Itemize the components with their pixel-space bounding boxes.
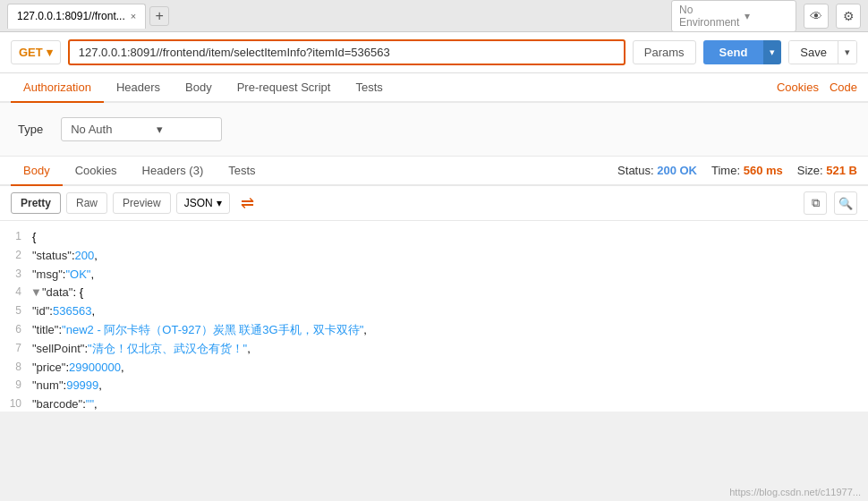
preview-button[interactable]: Preview [113, 192, 171, 214]
tab-label: 127.0.0.1:8091//front... [17, 10, 125, 22]
json-number: 536563 [53, 302, 91, 321]
json-key: "num" [32, 377, 64, 395]
chevron-down-icon: ▾ [157, 123, 163, 136]
format-value: JSON [184, 197, 213, 209]
save-button[interactable]: Save [789, 41, 838, 64]
chevron-down-icon: ▾ [217, 197, 222, 209]
time-value: 560 ms [744, 164, 783, 177]
json-line: 3 "msg": "OK", [0, 266, 868, 284]
json-string: "清仓！仅北京、武汉仓有货！" [88, 340, 247, 359]
json-key: "msg" [32, 266, 63, 284]
json-string: "new2 - 阿尔卡特（OT-927）炭黑 联通3G手机，双卡双待" [62, 321, 363, 340]
chevron-down-icon: ▾ [47, 46, 53, 59]
auth-type-value: No Auth [71, 123, 112, 136]
auth-type-selector[interactable]: No Auth ▾ [61, 117, 222, 141]
res-tab-cookies[interactable]: Cookies [63, 157, 130, 186]
res-tab-headers[interactable]: Headers (3) [130, 157, 217, 186]
json-punctuation: , [363, 321, 367, 340]
line-number: 3 [7, 266, 32, 283]
json-number: 29900000 [69, 359, 121, 378]
line-number: 10 [7, 395, 32, 412]
json-punctuation: , [94, 247, 98, 266]
method-label: GET [19, 46, 43, 59]
search-icon[interactable]: 🔍 [834, 191, 857, 215]
settings-icon[interactable]: ⚙ [836, 4, 861, 29]
response-size: Size: 521 B [797, 164, 857, 177]
time-label: Time: [711, 164, 740, 177]
json-string: "OK" [65, 266, 90, 284]
json-punctuation: , [91, 302, 95, 321]
response-status-bar: Status: 200 OK Time: 560 ms Size: 521 B [617, 164, 857, 177]
json-line: 8 "price": 29900000, [0, 359, 868, 378]
cookies-link[interactable]: Cookies [777, 73, 819, 101]
url-bar: GET ▾ 127.0.0.1:8091//frontend/item/sele… [0, 32, 868, 73]
eye-icon[interactable]: 👁 [804, 4, 829, 29]
json-key: "title" [32, 321, 58, 340]
code-link[interactable]: Code [830, 73, 857, 101]
collapse-icon[interactable]: ▼ [30, 284, 42, 302]
auth-type-label: Type [18, 123, 43, 136]
line-number: 6 [7, 321, 32, 338]
json-key: "sellPoint" [32, 340, 84, 359]
watermark: https://blog.csdn.net/c11977... [729, 487, 861, 497]
send-dropdown-button[interactable]: ▾ [763, 40, 781, 64]
top-right-controls: No Environment ▾ 👁 ⚙ [671, 0, 861, 32]
json-punctuation: , [90, 266, 94, 284]
chevron-down-icon: ▾ [745, 10, 788, 22]
json-line: 4▼ "data": { [0, 284, 868, 302]
save-group: Save ▾ [788, 40, 857, 64]
json-punctuation: , [94, 395, 98, 412]
tab-headers[interactable]: Headers [104, 73, 173, 103]
params-button[interactable]: Params [633, 40, 696, 64]
environment-selector[interactable]: No Environment ▾ [671, 0, 796, 32]
json-line: 6 "title": "new2 - 阿尔卡特（OT-927）炭黑 联通3G手机… [0, 321, 868, 340]
wrap-icon[interactable]: ⇌ [241, 193, 254, 213]
line-number: 1 [7, 228, 32, 245]
status-value: 200 OK [657, 164, 697, 177]
json-number: 200 [75, 247, 95, 266]
response-time: Time: 560 ms [711, 164, 783, 177]
top-bar: 127.0.0.1:8091//front... × + No Environm… [0, 0, 868, 32]
response-status: Status: 200 OK [617, 164, 697, 177]
raw-button[interactable]: Raw [66, 192, 107, 214]
size-label: Size: [797, 164, 823, 177]
line-number: 9 [7, 377, 32, 394]
response-toolbar: Pretty Raw Preview JSON ▾ ⇌ ⧉ 🔍 [0, 186, 868, 221]
response-toolbar-right: ⧉ 🔍 [804, 191, 857, 215]
status-label: Status: [617, 164, 653, 177]
json-brace: { [32, 228, 36, 247]
request-tabs: Authorization Headers Body Pre-request S… [0, 73, 868, 103]
browser-tab[interactable]: 127.0.0.1:8091//front... × [7, 4, 146, 29]
response-tabs-bar: Body Cookies Headers (3) Tests Status: 2… [0, 157, 868, 186]
tab-tests[interactable]: Tests [343, 73, 395, 103]
url-input[interactable]: 127.0.0.1:8091//frontend/item/selectItem… [68, 39, 625, 65]
json-key: "barcode" [32, 395, 82, 412]
json-punctuation: , [98, 377, 102, 395]
save-dropdown-button[interactable]: ▾ [838, 41, 856, 64]
tab-authorization[interactable]: Authorization [11, 73, 104, 103]
line-number: 4 [7, 284, 32, 301]
tab-prerequest-script[interactable]: Pre-request Script [225, 73, 344, 103]
res-tab-tests[interactable]: Tests [216, 157, 268, 186]
pretty-button[interactable]: Pretty [11, 192, 61, 214]
json-string: "" [86, 395, 94, 412]
size-value: 521 B [826, 164, 857, 177]
json-key: "data" [42, 284, 73, 302]
line-number: 8 [7, 359, 32, 376]
json-key: "status" [32, 247, 72, 266]
tab-body[interactable]: Body [173, 73, 225, 103]
format-selector[interactable]: JSON ▾ [176, 192, 230, 214]
tab-close-icon[interactable]: × [131, 11, 136, 21]
res-tab-body[interactable]: Body [11, 157, 63, 186]
copy-icon[interactable]: ⧉ [804, 191, 827, 215]
json-punctuation: , [247, 340, 251, 359]
line-number: 7 [7, 340, 32, 357]
json-line: 2 "status": 200, [0, 247, 868, 266]
new-tab-button[interactable]: + [149, 6, 169, 26]
json-line: 10 "barcode": "", [0, 395, 868, 412]
json-punctuation: : { [72, 284, 83, 302]
send-button[interactable]: Send [703, 40, 764, 64]
method-selector[interactable]: GET ▾ [11, 40, 61, 64]
json-key: "price" [32, 359, 65, 378]
json-number: 99999 [66, 377, 98, 395]
